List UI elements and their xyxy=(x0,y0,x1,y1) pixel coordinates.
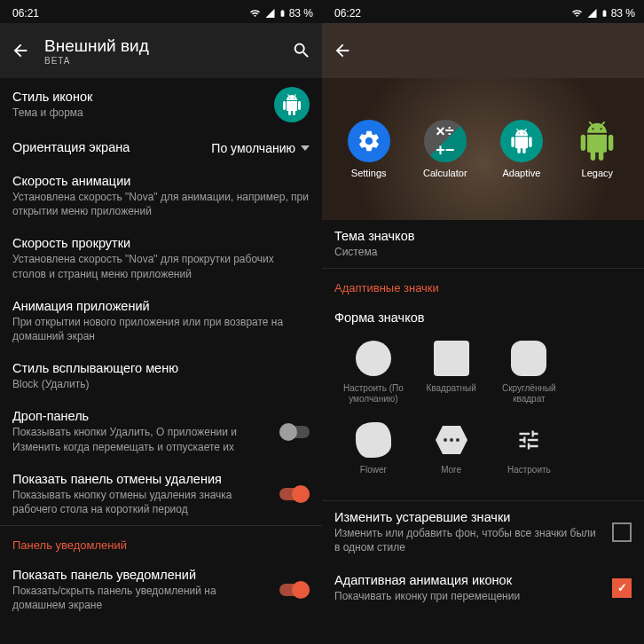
shape-label: More xyxy=(441,465,461,486)
undo-panel-switch[interactable] xyxy=(279,488,310,500)
clock: 06:22 xyxy=(334,7,361,20)
drop-panel-row[interactable]: Дроп-панель Показывать кнопки Удалить, О… xyxy=(0,400,322,462)
adaptive-anim-row[interactable]: Адаптивная анимация иконок Покачивать ик… xyxy=(322,564,644,612)
shape-custom[interactable]: Настроить xyxy=(491,413,569,495)
popup-style-row[interactable]: Стиль всплывающего меню Block (Удалить) xyxy=(0,352,322,400)
adaptive-anim-checkbox[interactable] xyxy=(612,578,632,598)
row-title: Показать панель отмены удаления xyxy=(12,472,269,486)
shape-label: Настроить xyxy=(507,465,551,486)
legacy-checkbox[interactable] xyxy=(612,522,632,542)
row-title: Анимация приложений xyxy=(12,299,310,313)
preview-app-adaptive: Adaptive xyxy=(500,120,543,178)
tune-icon xyxy=(516,422,541,458)
undo-panel-row[interactable]: Показать панель отмены удаления Показыва… xyxy=(0,463,322,525)
notif-panel-switch[interactable] xyxy=(279,584,310,596)
drop-panel-switch[interactable] xyxy=(279,426,310,438)
row-sub: Покачивать иконку при перемещении xyxy=(334,589,601,603)
notif-panel-row[interactable]: Показать панель уведомлений Показать/скр… xyxy=(0,559,322,621)
row-title: Адаптивная анимация иконок xyxy=(334,573,601,587)
notification-section-header: Панель уведомлений xyxy=(0,526,322,559)
rounded-square-icon xyxy=(511,341,546,376)
chevron-down-icon xyxy=(301,145,310,151)
beta-label: BETA xyxy=(44,56,278,66)
right-screenshot: 06:22 83 % Settings ×÷+− Calculator Adap… xyxy=(322,0,644,644)
app-label: Adaptive xyxy=(503,168,541,178)
app-label: Legacy xyxy=(582,168,613,178)
clock: 06:21 xyxy=(12,7,39,20)
left-screenshot: 06:21 83 % Внешний вид BETA Стиль иконок… xyxy=(0,0,322,644)
anim-speed-row[interactable]: Скорость анимации Установлена скорость "… xyxy=(0,165,322,227)
row-title: Изменить устаревшие значки xyxy=(334,510,601,524)
orientation-row[interactable]: Ориентация экрана По умолчанию xyxy=(0,131,322,165)
row-sub: Показывать кнопки Удалить, О приложении … xyxy=(12,425,269,453)
shape-square[interactable]: Квадратный xyxy=(412,332,491,413)
row-title: Тема значков xyxy=(334,229,632,243)
status-bar: 06:21 83 % xyxy=(0,0,322,23)
preview-app-settings: Settings xyxy=(348,120,390,178)
hexagon-icon xyxy=(434,422,469,458)
row-title: Стиль иконок xyxy=(12,90,274,104)
wifi-icon xyxy=(570,8,584,19)
row-sub: Показывать кнопку отмены удаления значка… xyxy=(12,488,269,516)
back-icon[interactable] xyxy=(333,41,352,60)
battery-percent: 83 % xyxy=(611,7,635,20)
preview-app-calculator: ×÷+− Calculator xyxy=(423,120,467,178)
shape-label: Flower xyxy=(360,465,387,486)
row-title: Дроп-панель xyxy=(12,409,269,423)
app-bar xyxy=(322,23,644,78)
shape-rounded[interactable]: Скруглённый квадрат xyxy=(491,332,569,413)
row-title: Стиль всплывающего меню xyxy=(12,361,310,375)
circle-icon xyxy=(356,341,391,376)
row-sub: При открытии нового приложения или при в… xyxy=(12,315,310,343)
battery-icon xyxy=(601,7,609,20)
shape-title-row: Форма значков xyxy=(322,302,644,326)
gear-icon xyxy=(357,129,381,153)
android-icon xyxy=(281,94,302,115)
page-title: Внешний вид xyxy=(44,36,278,56)
dropdown-value: По умолчанию xyxy=(211,141,295,155)
row-title: Ориентация экрана xyxy=(12,140,211,154)
shape-label: Скруглённый квадрат xyxy=(492,383,567,404)
android-icon xyxy=(577,122,617,161)
shape-label: Настроить (По умолчанию) xyxy=(336,383,411,404)
icon-preview-area: Settings ×÷+− Calculator Adaptive Legacy xyxy=(322,78,644,220)
row-title: Скорость прокрутки xyxy=(12,236,310,250)
row-sub: Block (Удалить) xyxy=(12,377,310,391)
wifi-icon xyxy=(248,8,262,19)
scroll-speed-row[interactable]: Скорость прокрутки Установлена скорость … xyxy=(0,227,322,289)
row-title: Скорость анимации xyxy=(12,174,310,188)
shape-flower[interactable]: Flower xyxy=(334,413,412,495)
battery-icon xyxy=(279,7,287,20)
row-sub: Изменить или добавить фон, чтобы все зна… xyxy=(334,526,601,554)
legacy-icons-row[interactable]: Изменить устаревшие значки Изменить или … xyxy=(322,501,644,563)
orientation-dropdown[interactable]: По умолчанию xyxy=(211,141,310,155)
preview-app-legacy: Legacy xyxy=(576,120,618,178)
status-icons: 83 % xyxy=(248,7,313,20)
icon-style-row[interactable]: Стиль иконок Тема и форма xyxy=(0,78,322,131)
svg-point-1 xyxy=(444,438,447,442)
app-label: Settings xyxy=(351,168,387,178)
svg-point-2 xyxy=(450,438,453,442)
status-bar: 06:22 83 % xyxy=(322,0,644,23)
row-sub: Установлена скорость "Nova" для прокрутк… xyxy=(12,252,310,280)
icon-theme-row[interactable]: Тема значков Система xyxy=(322,220,644,268)
android-icon xyxy=(509,129,534,153)
app-label: Calculator xyxy=(423,168,467,178)
square-icon xyxy=(434,341,469,376)
search-icon[interactable] xyxy=(292,41,311,60)
app-anim-row[interactable]: Анимация приложений При открытии нового … xyxy=(0,290,322,352)
row-sub: Установлена скорость "Nova" для анимации… xyxy=(12,190,310,218)
back-icon[interactable] xyxy=(11,41,30,60)
status-icons: 83 % xyxy=(570,7,635,20)
row-title: Форма значков xyxy=(334,310,632,325)
shape-grid: Настроить (По умолчанию) Квадратный Скру… xyxy=(322,326,644,495)
shape-label: Квадратный xyxy=(427,383,476,404)
flower-icon xyxy=(356,422,391,458)
shape-more[interactable]: More xyxy=(412,413,491,495)
app-bar: Внешний вид BETA xyxy=(0,23,322,78)
adaptive-section-header: Адаптивные значки xyxy=(322,269,644,302)
battery-percent: 83 % xyxy=(289,7,313,20)
signal-icon xyxy=(264,8,276,19)
svg-point-3 xyxy=(456,438,459,442)
shape-circle[interactable]: Настроить (По умолчанию) xyxy=(334,332,412,413)
